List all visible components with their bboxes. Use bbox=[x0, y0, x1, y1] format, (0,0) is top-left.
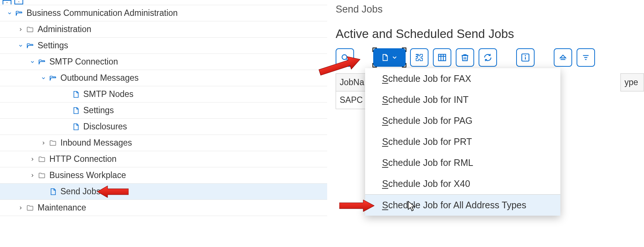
folder-icon bbox=[38, 155, 46, 164]
chevron-down-icon[interactable] bbox=[40, 74, 47, 82]
tree-item[interactable]: Send Jobs bbox=[0, 184, 327, 200]
tree-item[interactable]: Administration bbox=[0, 21, 327, 38]
tree-item-label: Maintenance bbox=[38, 203, 86, 213]
tree-item[interactable]: Outbound Messages bbox=[0, 70, 327, 86]
folder-icon bbox=[26, 203, 35, 212]
chevron-down-icon[interactable] bbox=[3, 0, 11, 4]
section-title: Active and Scheduled Send Jobs bbox=[336, 27, 644, 41]
chevron-right-icon[interactable] bbox=[29, 156, 36, 163]
tree-item-label: Administration bbox=[38, 24, 91, 34]
toolbar-stub bbox=[0, 0, 327, 5]
schedule-job-menu: Schedule Job for FAXSchedule Job for INT… bbox=[365, 68, 560, 216]
menu-item[interactable]: Schedule Job for RML bbox=[365, 152, 560, 173]
tree-item[interactable]: Maintenance bbox=[0, 200, 327, 216]
tree-item[interactable]: Disclosures bbox=[0, 119, 327, 135]
folder-open-icon bbox=[49, 74, 57, 83]
tree-item-label: Outbound Messages bbox=[60, 73, 139, 83]
caret-placeholder bbox=[63, 91, 70, 98]
tree-item-label: Business Workplace bbox=[49, 170, 126, 180]
menu-item[interactable]: Schedule Job for FAX bbox=[365, 68, 560, 89]
tree-item[interactable]: HTTP Connection bbox=[0, 151, 327, 167]
tree-item-label: Inbound Messages bbox=[60, 138, 132, 148]
create-dropdown-button[interactable] bbox=[373, 48, 406, 67]
tree-item-label: SMTP Connection bbox=[49, 57, 118, 67]
page-title: Send Jobs bbox=[336, 4, 644, 15]
info-button[interactable] bbox=[516, 48, 535, 67]
toolbar bbox=[336, 48, 644, 67]
filter-button[interactable] bbox=[577, 48, 595, 67]
caret-placeholder bbox=[40, 188, 47, 195]
menu-item[interactable]: Schedule Job for X40 bbox=[365, 173, 560, 194]
sort-button[interactable] bbox=[554, 48, 572, 67]
tree-item[interactable]: Inbound Messages bbox=[0, 135, 327, 151]
tree-item-label: Settings bbox=[38, 41, 68, 51]
tree-item[interactable]: Settings bbox=[0, 38, 327, 54]
folder-open-icon bbox=[38, 58, 46, 66]
delete-button[interactable] bbox=[456, 48, 474, 67]
search-button[interactable] bbox=[336, 48, 354, 67]
tree-item-label: SMTP Nodes bbox=[83, 89, 133, 99]
folder-open-icon bbox=[26, 41, 35, 50]
columns-button[interactable] bbox=[433, 48, 451, 67]
refresh-button[interactable] bbox=[479, 48, 497, 67]
tree-item[interactable]: Settings bbox=[0, 102, 327, 119]
menu-item[interactable]: Schedule Job for INT bbox=[365, 89, 560, 110]
tree-item[interactable]: Business Communication Administration bbox=[0, 5, 327, 21]
column-header-type[interactable]: ype bbox=[620, 73, 644, 91]
document-icon bbox=[71, 90, 80, 99]
tree-item[interactable]: Business Workplace bbox=[0, 167, 327, 184]
tree-item[interactable]: SMTP Nodes bbox=[0, 86, 327, 102]
main-panel: Send Jobs Active and Scheduled Send Jobs… bbox=[328, 0, 644, 247]
folder-icon bbox=[26, 25, 35, 34]
document-icon bbox=[49, 187, 57, 196]
tree-item-label: Send Jobs bbox=[60, 187, 101, 196]
chevron-down-icon[interactable] bbox=[17, 42, 24, 49]
tree-item-label: Settings bbox=[83, 105, 114, 115]
chevron-up-icon[interactable] bbox=[14, 0, 23, 4]
chevron-right-icon[interactable] bbox=[29, 172, 36, 179]
caret-placeholder bbox=[63, 107, 70, 114]
chevron-down-icon[interactable] bbox=[6, 10, 13, 17]
menu-item[interactable]: Schedule Job for PAG bbox=[365, 110, 560, 131]
folder-open-icon bbox=[15, 9, 24, 18]
menu-item[interactable]: Schedule Job for PRT bbox=[365, 131, 560, 152]
tree-item-label: HTTP Connection bbox=[49, 154, 116, 164]
chevron-down-icon[interactable] bbox=[29, 58, 36, 66]
tree-item-label: Disclosures bbox=[83, 122, 127, 132]
folder-icon bbox=[38, 171, 46, 180]
extension-button[interactable] bbox=[410, 48, 428, 67]
document-icon bbox=[71, 122, 80, 131]
folder-icon bbox=[49, 139, 57, 147]
tree-item-label: Business Communication Administration bbox=[27, 8, 178, 18]
tree-item[interactable]: SMTP Connection bbox=[0, 54, 327, 70]
chevron-right-icon[interactable] bbox=[40, 139, 47, 147]
navigation-tree: Business Communication AdministrationAdm… bbox=[0, 0, 328, 247]
menu-item[interactable]: Schedule Job for All Address Types bbox=[365, 194, 560, 216]
chevron-right-icon[interactable] bbox=[17, 26, 24, 33]
document-icon bbox=[71, 106, 80, 115]
chevron-right-icon[interactable] bbox=[17, 204, 24, 212]
caret-placeholder bbox=[63, 123, 70, 131]
